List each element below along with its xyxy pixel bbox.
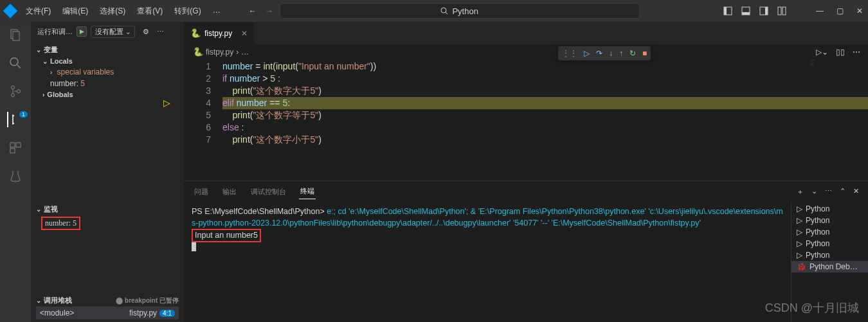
terminal-input-line: Input an number5	[195, 231, 258, 240]
maximize-icon[interactable]: ▢	[836, 6, 844, 15]
debug-badge: 1	[19, 111, 28, 118]
panel-tab-output[interactable]: 输出	[221, 184, 238, 199]
activity-search-icon[interactable]	[8, 55, 23, 71]
code-editor[interactable]: 1 2 3 ▷4 5 6 7 number = int(input("Input…	[184, 59, 868, 181]
line-number: 7	[184, 134, 211, 146]
terminal-item[interactable]: ▷Python	[791, 226, 868, 238]
activity-testing-icon[interactable]	[8, 168, 23, 184]
section-callstack[interactable]: ⌄调用堆栈⬤ breakpoint 已暂停	[36, 294, 179, 307]
terminal-session-icon: ▷	[797, 251, 802, 260]
terminal-item[interactable]: ▷Python	[791, 203, 868, 215]
activity-extensions-icon[interactable]	[8, 140, 23, 156]
bug-icon: 🐞	[797, 262, 806, 271]
menu-view[interactable]: 查看(V)	[132, 3, 168, 19]
line-number: 4	[206, 98, 211, 108]
svg-marker-21	[80, 30, 84, 34]
section-variables[interactable]: ⌄变量	[36, 44, 179, 56]
svg-rect-9	[782, 7, 786, 15]
tab-close-icon[interactable]: ✕	[241, 29, 248, 38]
svg-point-0	[441, 8, 446, 13]
panel-maximize-icon[interactable]: ⌃	[840, 187, 845, 197]
terminal-session-icon: ▷	[797, 228, 802, 237]
svg-point-16	[17, 90, 21, 93]
layout-right-icon[interactable]	[759, 6, 768, 15]
svg-line-1	[446, 12, 448, 14]
terminal-session-icon: ▷	[797, 216, 802, 225]
activity-bar: 1	[0, 22, 31, 322]
var-number[interactable]: number: 5	[36, 78, 179, 89]
editor-area: ⋮⋮ ▷ ↷ ↓ ↑ ↻ ■ 🐍 fistpy.py ✕ ▷⌄ ▯▯ ⋯ 🐍 f…	[184, 22, 868, 322]
execution-pointer-icon: ▷	[163, 97, 170, 109]
split-editor-icon[interactable]: ▯▯	[836, 48, 845, 57]
svg-rect-20	[10, 148, 15, 153]
line-number: 3	[184, 85, 211, 97]
layout-grid-icon[interactable]	[777, 6, 786, 15]
gear-icon[interactable]: ⚙	[143, 28, 149, 36]
terminal-item[interactable]: ▷Python	[791, 215, 868, 226]
nav-back-icon[interactable]: ←	[249, 6, 257, 15]
panel-tab-terminal[interactable]: 终端	[299, 184, 316, 199]
panel-tab-debug-console[interactable]: 调试控制台	[249, 184, 287, 199]
terminal-item[interactable]: 🐞Python Deb…	[791, 261, 868, 273]
minimize-icon[interactable]: —	[816, 6, 824, 15]
scope-locals[interactable]: ⌄Locals	[36, 56, 179, 66]
section-watch[interactable]: ⌄监视	[36, 203, 179, 215]
panel-close-icon[interactable]: ✕	[853, 187, 859, 197]
search-text: Python	[452, 6, 478, 16]
run-debug-label: 运行和调…	[37, 27, 73, 37]
stop-icon[interactable]: ■	[642, 49, 647, 58]
svg-line-13	[17, 65, 21, 68]
panel-tab-problems[interactable]: 问题	[193, 184, 210, 199]
svg-rect-19	[16, 143, 21, 147]
svg-marker-17	[13, 115, 14, 124]
more-icon[interactable]: ⋯	[157, 28, 164, 36]
editor-tab[interactable]: 🐍 fistpy.py ✕	[184, 22, 255, 44]
breadcrumb[interactable]: 🐍 fistpy.py › …	[184, 44, 868, 59]
minimap[interactable]: ▬▬▬▬▬▬▬▬▬▬▬▬▬▬	[810, 59, 868, 123]
title-right: — ▢ ✕	[723, 6, 863, 15]
svg-rect-18	[10, 143, 15, 147]
start-debug-button[interactable]	[77, 26, 87, 37]
command-center[interactable]: Python	[280, 3, 640, 19]
terminal[interactable]: PS E:\MyselfCode\ShellMad\Python> e:; cd…	[184, 202, 791, 322]
debug-toolbar: ⋮⋮ ▷ ↷ ↓ ↑ ↻ ■	[558, 46, 651, 60]
activity-explorer-icon[interactable]	[8, 27, 23, 42]
new-terminal-icon[interactable]: ＋	[797, 187, 804, 197]
svg-rect-7	[765, 7, 768, 15]
terminal-item[interactable]: ▷Python	[791, 249, 868, 261]
menu-edit[interactable]: 编辑(E)	[57, 3, 93, 19]
editor-more-icon[interactable]: ⋯	[853, 48, 860, 57]
scope-globals[interactable]: › Globals	[36, 89, 179, 100]
vscode-logo-icon	[3, 4, 18, 19]
nav-arrows: ← →	[249, 6, 273, 15]
svg-rect-3	[724, 7, 727, 15]
activity-run-debug-icon[interactable]: 1	[7, 112, 23, 127]
menu-more[interactable]: …	[208, 3, 226, 19]
svg-point-15	[12, 94, 15, 97]
panel-more-icon[interactable]: ⋯	[825, 187, 832, 197]
nav-fwd-icon[interactable]: →	[266, 6, 273, 15]
step-over-icon[interactable]: ↷	[596, 49, 602, 58]
restart-icon[interactable]: ↻	[629, 49, 636, 58]
terminal-item[interactable]: ▷Python	[791, 238, 868, 249]
continue-icon[interactable]: ▷	[584, 49, 590, 58]
terminal-dropdown-icon[interactable]: ⌄	[811, 187, 817, 197]
step-out-icon[interactable]: ↑	[619, 49, 623, 58]
python-file-icon: 🐍	[190, 28, 201, 38]
menu-file[interactable]: 文件(F)	[21, 3, 56, 19]
layout-bottom-icon[interactable]	[741, 6, 750, 15]
menu-select[interactable]: 选择(S)	[95, 3, 131, 19]
watch-item[interactable]: number: 5	[45, 219, 77, 228]
python-file-icon: 🐍	[193, 47, 203, 57]
debug-config-select[interactable]: 没有配置 ⌄	[91, 26, 135, 38]
run-dropdown-icon[interactable]: ▷⌄	[816, 48, 828, 57]
var-special[interactable]: › special variables	[36, 66, 179, 78]
callstack-frame[interactable]: <module> fistpy.py 4:1	[36, 307, 179, 319]
drag-handle-icon[interactable]: ⋮⋮	[562, 49, 577, 58]
terminal-session-icon: ▷	[797, 204, 802, 213]
menu-goto[interactable]: 转到(G)	[169, 3, 206, 19]
layout-left-icon[interactable]	[723, 6, 732, 15]
close-icon[interactable]: ✕	[856, 6, 863, 15]
step-into-icon[interactable]: ↓	[609, 49, 613, 58]
activity-scm-icon[interactable]	[8, 84, 23, 99]
